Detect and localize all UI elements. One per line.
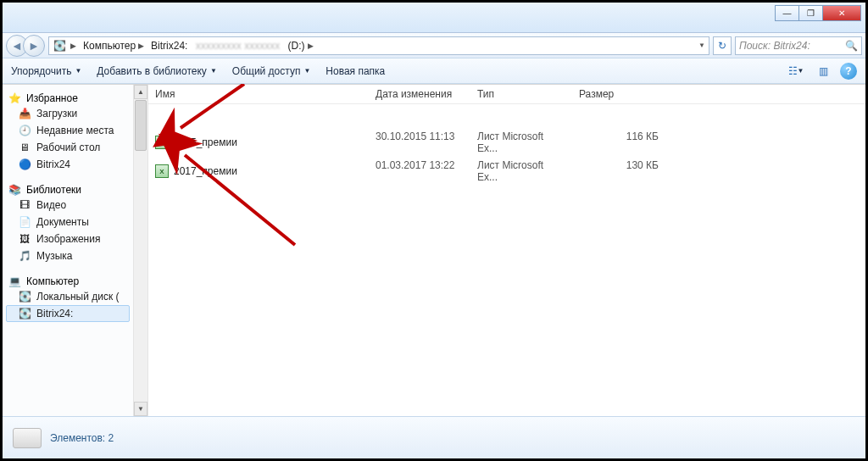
sidebar-item-favorites[interactable]: 🕘Недавние места <box>6 122 130 139</box>
file-name: 2015_премии <box>174 136 237 148</box>
preview-pane-button[interactable]: ▥ <box>813 63 833 80</box>
column-header-size[interactable]: Размер <box>572 88 665 100</box>
file-type: Лист Microsoft Ex... <box>470 159 572 183</box>
libraries-icon: 📚 <box>8 183 21 197</box>
file-date: 30.10.2015 11:13 <box>369 131 470 154</box>
sidebar-item-libraries[interactable]: 🖼Изображения <box>6 230 130 247</box>
file-date: 01.03.2017 13:22 <box>369 159 470 183</box>
drive-icon: 💽 <box>53 39 66 53</box>
sidebar-item-libraries[interactable]: 🎵Музыка <box>6 247 130 264</box>
sidebar-item-label: Изображения <box>36 233 100 245</box>
computer-icon: 💻 <box>8 275 21 288</box>
search-icon: 🔍 <box>844 39 858 53</box>
address-bar[interactable]: 💽 ▶ Компьютер ▶ Bitrix24: xxxxxxxxx xxxx… <box>48 36 709 55</box>
drive-large-icon <box>13 428 42 448</box>
view-options-button[interactable]: ☷ ▼ <box>786 63 806 80</box>
breadcrumb-drive[interactable]: Bitrix24: xxxxxxxxx xxxxxxx (D:) ▶ <box>148 40 315 52</box>
sidebar-item-libraries[interactable]: 🎞Видео <box>6 197 130 214</box>
sidebar-item-favorites[interactable]: 🔵Bitrix24 <box>6 156 130 173</box>
column-header-name[interactable]: Имя <box>148 88 369 100</box>
folder-icon: 💽 <box>18 290 31 303</box>
folder-icon: 🕘 <box>18 124 31 137</box>
star-icon: ⭐ <box>8 92 21 105</box>
file-type: Лист Microsoft Ex... <box>470 131 572 154</box>
toolbar-share[interactable]: Общий доступ ▼ <box>232 65 311 77</box>
toolbar-organize[interactable]: Упорядочить ▼ <box>11 65 81 77</box>
addr-dropdown-icon[interactable]: ▼ <box>698 42 705 49</box>
folder-icon: 🖥 <box>18 141 31 154</box>
help-button[interactable]: ? <box>840 63 857 80</box>
scroll-up-icon[interactable]: ▲ <box>134 85 147 99</box>
refresh-button[interactable]: ↻ <box>713 36 732 55</box>
sidebar-item-label: Документы <box>36 216 89 228</box>
sidebar-item-computer[interactable]: 💽Bitrix24: <box>6 305 130 322</box>
breadcrumb-sep: ▶ <box>68 42 79 50</box>
sidebar-item-label: Недавние места <box>36 125 114 136</box>
sidebar-item-computer[interactable]: 💽Локальный диск ( <box>6 288 130 305</box>
file-row[interactable]: X2015_премии30.10.2015 11:13Лист Microso… <box>148 128 865 157</box>
sidebar-item-favorites[interactable]: 🖥Рабочий стол <box>6 139 130 156</box>
scroll-thumb[interactable] <box>135 100 147 151</box>
sidebar-item-label: Bitrix24 <box>36 158 70 170</box>
folder-icon: 💽 <box>18 307 31 320</box>
sidebar-item-label: Bitrix24: <box>36 308 73 319</box>
file-size: 130 КБ <box>572 159 665 183</box>
folder-icon: 🖼 <box>18 232 31 246</box>
sidebar-head-computer[interactable]: 💻Компьютер <box>6 275 130 288</box>
folder-icon: 📥 <box>18 107 31 120</box>
sidebar-item-label: Рабочий стол <box>36 142 100 153</box>
nav-forward-button[interactable]: ► <box>23 35 45 57</box>
search-input[interactable]: Поиск: Bitrix24: 🔍 <box>735 36 862 55</box>
folder-icon: 🎵 <box>18 249 31 263</box>
sidebar-item-label: Видео <box>36 199 66 211</box>
window-close-button[interactable]: ✕ <box>822 5 861 21</box>
sidebar-head-favorites[interactable]: ⭐Избранное <box>6 92 130 105</box>
file-row[interactable]: X2017_премии01.03.2017 13:22Лист Microso… <box>148 157 865 186</box>
sidebar-item-label: Музыка <box>36 250 72 262</box>
excel-icon: X <box>155 164 169 178</box>
breadcrumb-computer[interactable]: Компьютер ▶ <box>81 40 147 52</box>
toolbar-add-library[interactable]: Добавить в библиотеку ▼ <box>97 65 216 77</box>
window-minimize-button[interactable]: — <box>775 5 799 21</box>
file-size: 116 КБ <box>572 131 665 154</box>
file-name: 2017_премии <box>174 165 237 177</box>
excel-icon: X <box>155 136 169 149</box>
toolbar-new-folder[interactable]: Новая папка <box>326 65 385 77</box>
window-maximize-button[interactable]: ❐ <box>798 5 823 21</box>
sidebar-head-libraries[interactable]: 📚Библиотеки <box>6 183 130 197</box>
column-header-date[interactable]: Дата изменения <box>369 88 470 100</box>
column-header-type[interactable]: Тип <box>470 88 572 100</box>
status-bar: Элементов: 2 <box>3 416 865 458</box>
search-placeholder: Поиск: Bitrix24: <box>739 40 810 52</box>
navigation-sidebar: ⭐Избранное 📥Загрузки🕘Недавние места🖥Рабо… <box>3 85 134 416</box>
folder-icon: 🔵 <box>18 158 31 171</box>
sidebar-item-label: Локальный диск ( <box>36 291 120 303</box>
scroll-down-icon[interactable]: ▼ <box>134 402 147 416</box>
sidebar-scrollbar[interactable]: ▲ ▼ <box>134 85 148 416</box>
folder-icon: 📄 <box>18 215 31 229</box>
sidebar-item-libraries[interactable]: 📄Документы <box>6 214 130 230</box>
status-item-count: Элементов: 2 <box>50 432 114 444</box>
folder-icon: 🎞 <box>18 198 31 212</box>
sidebar-item-favorites[interactable]: 📥Загрузки <box>6 105 130 122</box>
sidebar-item-label: Загрузки <box>36 108 77 119</box>
